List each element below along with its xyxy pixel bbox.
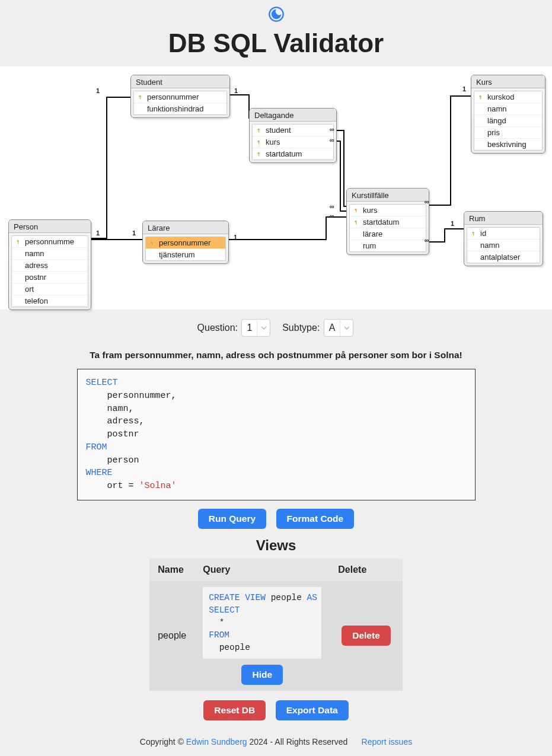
key-icon xyxy=(478,94,484,101)
entity-field: id xyxy=(467,228,540,240)
view-query: CREATE VIEW people AS SELECT * FROM peop… xyxy=(203,587,321,659)
cardinality-label: 1 xyxy=(132,229,136,237)
svg-point-4 xyxy=(259,129,259,129)
views-heading: Views xyxy=(0,537,552,554)
table-row: people CREATE VIEW people AS SELECT * FR… xyxy=(149,581,403,691)
entity-deltagande: Deltagandestudentkursstartdatum xyxy=(249,108,337,163)
entity-field: personnumme xyxy=(12,236,88,248)
footer: Copyright © Edwin Sundberg 2024 - All Ri… xyxy=(0,737,552,747)
entity-field: pris xyxy=(474,127,542,139)
entity-title: Student xyxy=(131,75,229,88)
entity-field: adress xyxy=(12,260,88,272)
key-icon xyxy=(256,139,262,146)
cardinality-label: 1 xyxy=(234,87,238,94)
question-label: Question: xyxy=(197,323,238,333)
entity-field: kurs xyxy=(350,205,426,216)
reset-db-button[interactable]: Reset DB xyxy=(203,700,266,720)
chevron-down-icon xyxy=(257,320,270,336)
cardinality-label: ∞ xyxy=(330,203,334,210)
entity-field: lärare xyxy=(350,228,426,240)
key-icon xyxy=(471,230,477,237)
entity-student: Studentpersonnummerfunktionshindrad xyxy=(130,75,230,118)
cardinality-label: 1 xyxy=(462,85,466,92)
entity-field: kurskod xyxy=(474,91,542,103)
cardinality-label: 1 xyxy=(451,220,454,227)
col-name: Name xyxy=(149,559,194,581)
entity-field: personnummer xyxy=(134,91,226,103)
subtype-select[interactable]: A xyxy=(324,319,354,337)
entity-field: rum xyxy=(350,240,426,251)
entity-rum: Rumidnamnantalplatser xyxy=(464,211,543,266)
question-select[interactable]: 1 xyxy=(241,319,270,337)
svg-point-1 xyxy=(18,240,18,241)
key-icon xyxy=(149,240,155,247)
svg-point-10 xyxy=(473,232,474,232)
entity-field: antalplatser xyxy=(467,251,540,263)
key-icon xyxy=(15,238,21,245)
entity-field: startdatum xyxy=(350,216,426,228)
cardinality-label: ∞ xyxy=(425,198,429,205)
svg-point-3 xyxy=(152,241,152,242)
key-icon xyxy=(256,127,262,134)
page-title: DB SQL Validator xyxy=(0,28,552,58)
key-icon xyxy=(353,207,359,214)
entity-title: Kurstillfälle xyxy=(347,189,429,202)
svg-point-2 xyxy=(140,95,141,96)
entity-field: tjänsterum xyxy=(146,249,225,260)
subtype-label: Subtype: xyxy=(282,323,320,333)
key-icon xyxy=(256,151,262,158)
svg-point-9 xyxy=(480,95,481,96)
entity-person: Personpersonnummenamnadresspostnrorttele… xyxy=(8,219,91,310)
svg-point-8 xyxy=(356,221,356,221)
entity-title: Person xyxy=(9,220,91,233)
entity-field: postnr xyxy=(12,272,88,283)
theme-toggle-moon-icon[interactable] xyxy=(268,6,285,23)
entity-title: Lärare xyxy=(143,221,228,234)
entity-field: namn xyxy=(467,240,540,251)
views-table: Name Query Delete people CREATE VIEW peo… xyxy=(149,559,403,691)
er-diagram: Personpersonnummenamnadresspostnrorttele… xyxy=(0,66,552,310)
key-icon xyxy=(138,94,143,101)
cardinality-label: ∞ xyxy=(330,212,334,219)
entity-larare: Lärarepersonnummertjänsterum xyxy=(142,221,229,264)
entity-field: funktionshindrad xyxy=(134,103,226,114)
entity-field: namn xyxy=(474,103,542,115)
format-code-button[interactable]: Format Code xyxy=(276,509,355,529)
cardinality-label: 1 xyxy=(96,87,100,94)
entity-title: Kurs xyxy=(471,75,545,88)
entity-field: kurs xyxy=(253,136,333,148)
export-data-button[interactable]: Export Data xyxy=(276,700,349,720)
entity-field: personnummer xyxy=(146,237,225,249)
entity-field: beskrivning xyxy=(474,139,542,150)
cardinality-label: ∞ xyxy=(330,126,334,133)
cardinality-label: ∞ xyxy=(425,237,429,244)
cardinality-label: ∞ xyxy=(330,136,334,143)
svg-point-7 xyxy=(356,209,356,209)
report-issues-link[interactable]: Report issues xyxy=(362,737,413,747)
author-link[interactable]: Edwin Sundberg xyxy=(186,737,247,747)
question-text: Ta fram personnummer, namn, adress och p… xyxy=(0,350,552,361)
entity-title: Rum xyxy=(464,212,543,225)
entity-field: student xyxy=(253,125,333,136)
chevron-down-icon xyxy=(340,320,353,336)
entity-field: namn xyxy=(12,248,88,260)
col-query: Query xyxy=(194,559,330,581)
entity-kurstillfalle: Kurstillfällekursstartdatumlärarerum xyxy=(346,188,429,255)
entity-field: ort xyxy=(12,283,88,295)
cardinality-label: 1 xyxy=(234,234,237,241)
delete-button[interactable]: Delete xyxy=(342,626,391,646)
hide-button[interactable]: Hide xyxy=(241,665,283,685)
key-icon xyxy=(353,219,359,226)
col-delete: Delete xyxy=(330,559,403,581)
svg-point-5 xyxy=(259,141,259,141)
entity-title: Deltagande xyxy=(250,109,336,122)
entity-field: startdatum xyxy=(253,148,333,160)
svg-point-6 xyxy=(259,152,259,153)
sql-editor[interactable]: SELECT personnummer, namn, adress, postn… xyxy=(77,369,476,500)
run-query-button[interactable]: Run Query xyxy=(198,509,266,529)
cardinality-label: 1 xyxy=(96,229,100,237)
entity-field: telefon xyxy=(12,295,88,307)
view-name: people xyxy=(149,581,194,691)
entity-kurs: Kurskurskodnamnlängdprisbeskrivning xyxy=(471,75,545,154)
entity-field: längd xyxy=(474,115,542,127)
